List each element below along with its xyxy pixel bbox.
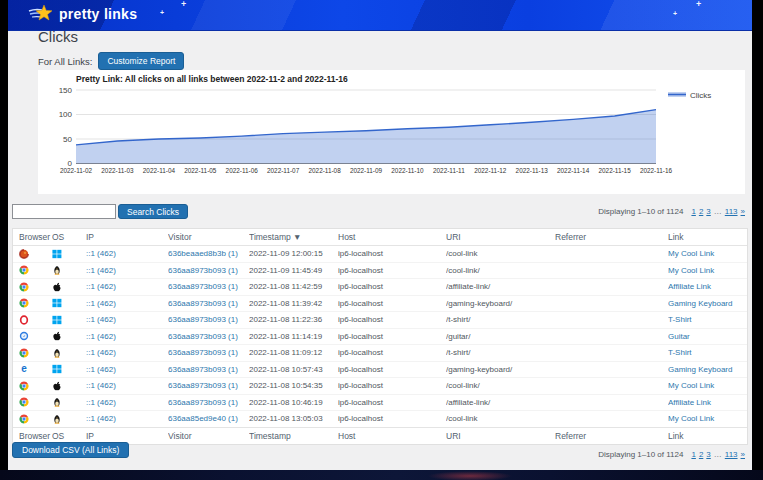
- timestamp-cell: 2022-11-08 10:46:19: [249, 398, 338, 407]
- link-name-link[interactable]: T-Shirt: [668, 315, 747, 324]
- visitor-link[interactable]: 636aa8973b093 (1): [168, 348, 249, 357]
- visitor-link[interactable]: 636aa8973b093 (1): [168, 282, 249, 291]
- visitor-link[interactable]: 636aa8973b093 (1): [168, 299, 249, 308]
- svg-text:2022-11-08: 2022-11-08: [308, 167, 341, 174]
- ip-link[interactable]: ::1 (462): [86, 332, 168, 341]
- search-clicks-button[interactable]: Search Clicks: [118, 204, 188, 219]
- visitor-link[interactable]: 636aa85ed9e40 (1): [168, 414, 249, 423]
- link-name-link[interactable]: T-Shirt: [668, 348, 747, 357]
- column-header-uri[interactable]: URI: [446, 232, 555, 242]
- windows-os-icon: [52, 298, 86, 308]
- link-name-link[interactable]: Affiliate Link: [668, 282, 747, 291]
- svg-text:100: 100: [59, 110, 73, 119]
- page-link[interactable]: »: [741, 207, 745, 216]
- table-row: ::1 (462)636aa8973b093 (1)2022-11-08 11:…: [13, 296, 747, 313]
- timestamp-cell: 2022-11-09 12:00:15: [249, 249, 338, 258]
- logo-text: pretty links: [59, 6, 137, 22]
- timestamp-cell: 2022-11-08 10:54:35: [249, 381, 338, 390]
- svg-text:2022-11-02: 2022-11-02: [60, 167, 93, 174]
- host-cell: ip6-localhost: [338, 266, 446, 275]
- ip-link[interactable]: ::1 (462): [86, 249, 168, 258]
- page-link[interactable]: 1: [691, 207, 695, 216]
- clicks-area-chart: Pretty Link: All clicks on all links bet…: [38, 70, 745, 194]
- download-csv-button[interactable]: Download CSV (All Links): [12, 442, 129, 458]
- visitor-link[interactable]: 636aa8973b093 (1): [168, 332, 249, 341]
- column-header-link[interactable]: Link: [668, 232, 747, 242]
- table-row: ::1 (462)636aa85ed9e40 (1)2022-11-08 13:…: [13, 411, 747, 427]
- table-header-row: BrowserOSIPVisitorTimestamp ▼HostURIRefe…: [13, 229, 747, 246]
- column-header-link[interactable]: Link: [668, 431, 747, 441]
- ip-link[interactable]: ::1 (462): [86, 266, 168, 275]
- uri-cell: /guitar/: [446, 332, 555, 341]
- pretty-links-logo: pretty links: [28, 3, 137, 25]
- svg-text:2022-11-12: 2022-11-12: [474, 167, 507, 174]
- timestamp-cell: 2022-11-08 11:09:12: [249, 348, 338, 357]
- link-name-link[interactable]: My Cool Link: [668, 414, 747, 423]
- visitor-link[interactable]: 636aa8973b093 (1): [168, 398, 249, 407]
- link-name-link[interactable]: My Cool Link: [668, 249, 747, 258]
- visitor-link[interactable]: 636beaaed8b3b (1): [168, 249, 249, 258]
- chrome-browser-icon: [19, 381, 52, 391]
- linux-os-icon: [52, 397, 86, 407]
- page-ellipsis: …: [714, 450, 722, 459]
- column-header-os[interactable]: OS: [52, 431, 86, 441]
- chrome-browser-icon: [19, 282, 52, 292]
- ip-link[interactable]: ::1 (462): [86, 315, 168, 324]
- column-header-visitor[interactable]: Visitor: [168, 431, 249, 441]
- report-scope-row: For All Links: Customize Report: [38, 52, 184, 70]
- page-link[interactable]: 1: [691, 450, 695, 459]
- apple-os-icon: [52, 282, 86, 292]
- page-link[interactable]: 2: [699, 450, 703, 459]
- visitor-link[interactable]: 636aa8973b093 (1): [168, 365, 249, 374]
- host-cell: ip6-localhost: [338, 365, 446, 374]
- page-link[interactable]: 2: [699, 207, 703, 216]
- column-header-timestamp[interactable]: Timestamp: [249, 431, 338, 441]
- visitor-link[interactable]: 636aa8973b093 (1): [168, 266, 249, 275]
- link-name-link[interactable]: Affiliate Link: [668, 398, 747, 407]
- column-header-host[interactable]: Host: [338, 232, 446, 242]
- column-header-timestamp[interactable]: Timestamp ▼: [249, 232, 338, 242]
- ip-link[interactable]: ::1 (462): [86, 398, 168, 407]
- page-links: 123…113»: [688, 450, 745, 459]
- visitor-link[interactable]: 636aa8973b093 (1): [168, 315, 249, 324]
- page-link[interactable]: 3: [706, 450, 710, 459]
- pretty-links-banner: pretty links + + + +: [8, 0, 752, 31]
- page-links: 123…113»: [688, 207, 745, 216]
- link-name-link[interactable]: Gaming Keyboard: [668, 299, 747, 308]
- ip-link[interactable]: ::1 (462): [86, 348, 168, 357]
- visitor-link[interactable]: 636aa8973b093 (1): [168, 381, 249, 390]
- timestamp-cell: 2022-11-08 11:14:19: [249, 332, 338, 341]
- column-header-visitor[interactable]: Visitor: [168, 232, 249, 242]
- windows-os-icon: [52, 249, 86, 259]
- page-link[interactable]: 113: [725, 450, 738, 459]
- column-header-ip[interactable]: IP: [86, 232, 168, 242]
- ip-link[interactable]: ::1 (462): [86, 365, 168, 374]
- ip-link[interactable]: ::1 (462): [86, 381, 168, 390]
- ip-link[interactable]: ::1 (462): [86, 414, 168, 423]
- ip-link[interactable]: ::1 (462): [86, 282, 168, 291]
- page-link[interactable]: 3: [706, 207, 710, 216]
- timestamp-cell: 2022-11-08 11:42:59: [249, 282, 338, 291]
- link-name-link[interactable]: Gaming Keyboard: [668, 365, 747, 374]
- search-input[interactable]: [12, 204, 116, 219]
- link-name-link[interactable]: Guitar: [668, 332, 747, 341]
- uri-cell: /cool-link/: [446, 381, 555, 390]
- timestamp-cell: 2022-11-09 11:45:49: [249, 266, 338, 275]
- customize-report-button[interactable]: Customize Report: [98, 52, 184, 70]
- column-header-os[interactable]: OS: [52, 232, 86, 242]
- column-header-browser[interactable]: Browser: [19, 431, 52, 441]
- host-cell: ip6-localhost: [338, 398, 446, 407]
- page-link[interactable]: 113: [725, 207, 738, 216]
- table-row: e::1 (462)636aa8973b093 (1)2022-11-08 10…: [13, 362, 747, 379]
- column-header-uri[interactable]: URI: [446, 431, 555, 441]
- ip-link[interactable]: ::1 (462): [86, 299, 168, 308]
- column-header-referrer[interactable]: Referrer: [555, 431, 668, 441]
- link-name-link[interactable]: My Cool Link: [668, 381, 747, 390]
- column-header-ip[interactable]: IP: [86, 431, 168, 441]
- for-all-links-label: For All Links:: [38, 56, 92, 67]
- column-header-referrer[interactable]: Referrer: [555, 232, 668, 242]
- column-header-host[interactable]: Host: [338, 431, 446, 441]
- column-header-browser[interactable]: Browser: [19, 232, 52, 242]
- link-name-link[interactable]: My Cool Link: [668, 266, 747, 275]
- page-link[interactable]: »: [741, 450, 745, 459]
